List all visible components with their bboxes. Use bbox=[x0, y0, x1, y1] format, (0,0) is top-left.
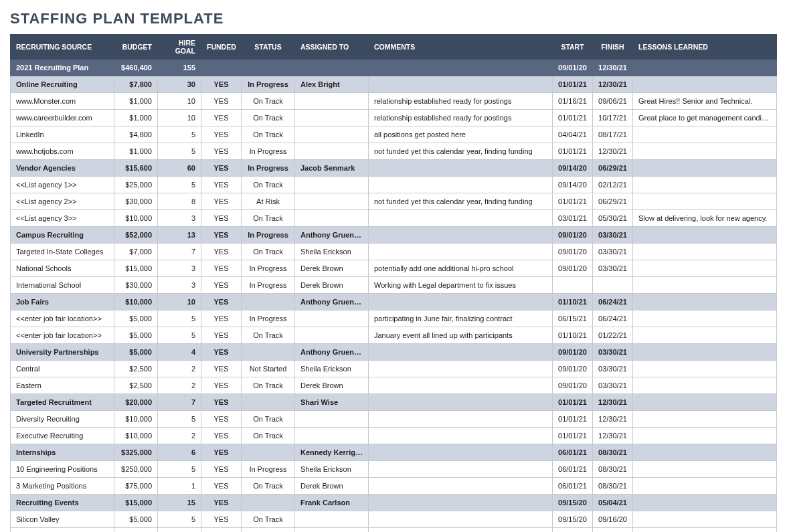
cell-source: University Partnerships bbox=[11, 344, 114, 361]
cell-start: 06/01/21 bbox=[553, 444, 593, 461]
cell-source: <<List agency 2>> bbox=[11, 193, 114, 210]
cell-finish: 03/30/21 bbox=[593, 244, 633, 260]
cell-hire: 6 bbox=[158, 444, 201, 461]
cell-lessons: Slow at delivering, look for new agency. bbox=[633, 210, 777, 227]
cell-start: 01/01/21 bbox=[553, 411, 593, 428]
cell-start: 09/15/20 bbox=[553, 511, 593, 528]
cell-assigned: Derek Brown bbox=[295, 277, 369, 294]
cell-lessons bbox=[633, 60, 777, 76]
cell-funded: YES bbox=[201, 260, 242, 277]
cell-finish: 08/30/21 bbox=[593, 478, 633, 495]
cell-assigned: Sheila Erickson bbox=[295, 244, 369, 260]
cell-funded: YES bbox=[201, 377, 242, 394]
cell-funded: YES bbox=[201, 311, 242, 327]
cell-budget: $20,000 bbox=[114, 394, 158, 411]
cell-lessons bbox=[633, 394, 777, 411]
cell-assigned: Derek Brown bbox=[295, 260, 369, 277]
cell-budget: $5,000 bbox=[114, 327, 158, 344]
cell-hire: 5 bbox=[158, 327, 201, 344]
cell-status: In Progress bbox=[242, 76, 295, 93]
cell-finish: 02/23/21 bbox=[593, 528, 633, 533]
cell-lessons: Great Hires!! Senior and Technical. bbox=[633, 93, 777, 110]
cell-start: 09/14/20 bbox=[553, 177, 593, 193]
table-row: <<List agency 3>>$10,0003YESOn Track03/0… bbox=[11, 210, 777, 227]
cell-lessons bbox=[633, 327, 777, 344]
col-hire: HIRE GOAL bbox=[158, 35, 201, 60]
cell-budget: $15,600 bbox=[114, 160, 158, 177]
cell-start: 01/01/21 bbox=[553, 428, 593, 444]
cell-assigned: Jacob Senmark bbox=[295, 160, 369, 177]
col-assigned: ASSIGNED TO bbox=[295, 35, 369, 60]
cell-funded: YES bbox=[201, 444, 242, 461]
cell-comments bbox=[369, 361, 553, 377]
cell-finish: 06/24/21 bbox=[593, 311, 633, 327]
cell-lessons bbox=[633, 160, 777, 177]
cell-finish: 12/30/21 bbox=[593, 143, 633, 160]
cell-comments bbox=[369, 461, 553, 478]
cell-status bbox=[242, 344, 295, 361]
cell-finish: 03/30/21 bbox=[593, 361, 633, 377]
cell-hire: 5 bbox=[158, 461, 201, 478]
table-row: International School$30,0003YESIn Progre… bbox=[11, 277, 777, 294]
cell-budget: $5,000 bbox=[114, 344, 158, 361]
cell-finish: 03/30/21 bbox=[593, 344, 633, 361]
cell-lessons bbox=[633, 260, 777, 277]
cell-funded: YES bbox=[201, 177, 242, 193]
cell-budget: $10,000 bbox=[114, 210, 158, 227]
table-row: Recruiting Events$15,00015YESFrank Carls… bbox=[11, 495, 777, 511]
cell-start: 01/01/21 bbox=[553, 193, 593, 210]
cell-finish: 05/30/21 bbox=[593, 210, 633, 227]
cell-finish: 06/29/21 bbox=[593, 160, 633, 177]
cell-finish: 06/24/21 bbox=[593, 294, 633, 311]
table-row: Targeted Recruitment$20,0007YESShari Wis… bbox=[11, 394, 777, 411]
cell-start: 09/01/20 bbox=[553, 344, 593, 361]
cell-assigned: Kennedy Kerrigan bbox=[295, 444, 369, 461]
cell-lessons bbox=[633, 76, 777, 93]
cell-funded: YES bbox=[201, 394, 242, 411]
cell-budget: $15,000 bbox=[114, 260, 158, 277]
cell-lessons bbox=[633, 478, 777, 495]
cell-source: Executive Recruiting bbox=[11, 428, 114, 444]
table-header-row: RECRUITING SOURCE BUDGET HIRE GOAL FUNDE… bbox=[11, 35, 777, 60]
cell-funded: YES bbox=[201, 528, 242, 533]
cell-lessons bbox=[633, 528, 777, 533]
cell-status bbox=[242, 495, 295, 511]
cell-lessons: Great place to get management candidates… bbox=[633, 110, 777, 126]
cell-source: Recruiting Events bbox=[11, 495, 114, 511]
cell-comments bbox=[369, 344, 553, 361]
cell-source: Targeted In-State Colleges bbox=[11, 244, 114, 260]
table-row: 2021 Recruiting Plan$460,40015509/01/201… bbox=[11, 60, 777, 76]
cell-comments bbox=[369, 227, 553, 244]
cell-finish: 06/29/21 bbox=[593, 193, 633, 210]
cell-source: <<List agency 3>> bbox=[11, 210, 114, 227]
cell-assigned bbox=[295, 60, 369, 76]
cell-source: Online Recruiting bbox=[11, 76, 114, 93]
cell-finish: 05/04/21 bbox=[593, 495, 633, 511]
cell-assigned: Alex Bright bbox=[295, 76, 369, 93]
cell-status: In Progress bbox=[242, 160, 295, 177]
staffing-plan-table: RECRUITING SOURCE BUDGET HIRE GOAL FUNDE… bbox=[10, 34, 777, 532]
cell-comments: not funded yet this calendar year, findi… bbox=[369, 193, 553, 210]
cell-finish: 09/16/20 bbox=[593, 511, 633, 528]
table-row: www.careerbuilder.com$1,00010YESOn Track… bbox=[11, 110, 777, 126]
cell-lessons bbox=[633, 244, 777, 260]
cell-status bbox=[242, 394, 295, 411]
cell-funded: YES bbox=[201, 126, 242, 143]
cell-start: 01/01/21 bbox=[553, 394, 593, 411]
cell-start: 01/01/21 bbox=[553, 110, 593, 126]
cell-comments bbox=[369, 511, 553, 528]
cell-lessons bbox=[633, 126, 777, 143]
cell-lessons bbox=[633, 428, 777, 444]
cell-budget: $15,000 bbox=[114, 495, 158, 511]
cell-hire: 5 bbox=[158, 126, 201, 143]
cell-hire: 10 bbox=[158, 110, 201, 126]
col-budget: BUDGET bbox=[114, 35, 158, 60]
cell-start: 09/01/20 bbox=[553, 60, 593, 76]
cell-budget: $2,500 bbox=[114, 361, 158, 377]
cell-status: On Track bbox=[242, 177, 295, 193]
cell-start: 01/10/21 bbox=[553, 327, 593, 344]
cell-status: On Track bbox=[242, 244, 295, 260]
cell-start: 09/01/20 bbox=[553, 260, 593, 277]
table-row: Vendor Agencies$15,60060YESIn ProgressJa… bbox=[11, 160, 777, 177]
cell-source: National Schools bbox=[11, 260, 114, 277]
